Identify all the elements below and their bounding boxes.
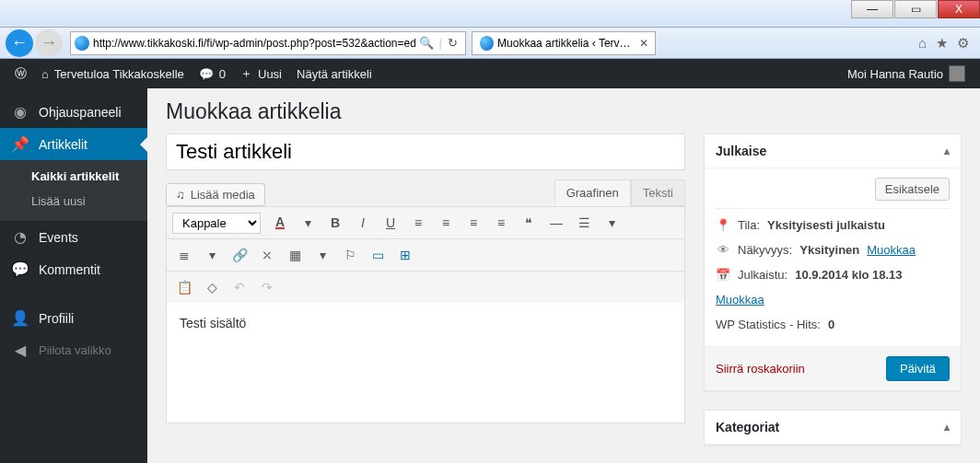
bullet-list-button[interactable]: ☰	[572, 211, 596, 235]
underline-button[interactable]: U	[379, 211, 402, 235]
key-icon: 📍	[716, 218, 730, 232]
new-content[interactable]: ＋ Uusi	[233, 59, 289, 88]
toggle-icon[interactable]: ▴	[944, 145, 950, 157]
bookmark-button[interactable]: ⚐	[338, 243, 362, 267]
address-bar[interactable]: 🔍 | ↻	[70, 31, 466, 55]
align-right-button[interactable]: ≡	[461, 211, 485, 235]
menu-profile[interactable]: 👤 Profiili	[0, 302, 147, 334]
home-icon[interactable]: ⌂	[918, 35, 927, 52]
url-input[interactable]	[93, 37, 415, 50]
browser-toolbar: ← → 🔍 | ↻ Muokkaa artikkelia ‹ Tervet… ✕…	[0, 28, 980, 59]
eye-icon: 👁	[716, 243, 730, 257]
media-icon: ♫	[176, 188, 185, 202]
add-media-button[interactable]: ♫ Lisää media	[166, 183, 265, 206]
tab-title: Muokkaa artikkelia ‹ Tervet…	[497, 37, 632, 50]
tab-visual[interactable]: Graafinen	[554, 179, 631, 206]
dashboard-icon: ◉	[11, 103, 29, 121]
editor-toolbar-1: Kappale A ▾ B I U ≡ ≡ ≡ ≡ ❝ — ☰ ▾	[167, 207, 684, 239]
window-minimize[interactable]: —	[851, 0, 893, 18]
editor-body: Muokkaa artikkelia ♫ Lisää media Graafin…	[147, 88, 980, 463]
ie-icon	[480, 36, 494, 51]
categories-box: Kategoriat ▴	[704, 410, 962, 446]
fullscreen-button[interactable]: ⊞	[393, 243, 417, 267]
table-button[interactable]: ▦	[283, 243, 307, 267]
list-dropdown[interactable]: ▾	[600, 211, 624, 235]
tab-close-icon[interactable]: ✕	[639, 37, 648, 50]
toggle-icon[interactable]: ▴	[944, 421, 950, 434]
admin-sidebar: ◉ Ohjauspaneeli 📌 Artikkelit Kaikki arti…	[0, 88, 147, 463]
wp-logo[interactable]: ⓦ	[7, 59, 34, 88]
edit-date-link[interactable]: Muokkaa	[716, 293, 764, 307]
wp-admin-bar: ⓦ ⌂ Tervetuloa Tikkakoskelle 💬 0 ＋ Uusi …	[0, 59, 980, 88]
align-left-button[interactable]: ≡	[406, 211, 430, 235]
search-icon[interactable]: 🔍	[419, 36, 434, 50]
home-icon: ⌂	[41, 67, 49, 81]
comment-icon: 💬	[199, 67, 214, 81]
numlist-dropdown[interactable]: ▾	[200, 243, 224, 267]
menu-posts[interactable]: 📌 Artikkelit	[0, 128, 147, 160]
format-select[interactable]: Kappale	[172, 213, 261, 234]
paste-button[interactable]: 📋	[172, 275, 196, 299]
status-row: 📍 Tila: Yksityisesti julkaistu	[716, 213, 950, 237]
plus-icon: ＋	[240, 65, 252, 82]
unlink-button[interactable]: ⤫	[255, 243, 279, 267]
edit-visibility-link[interactable]: Muokkaa	[867, 243, 916, 257]
window-titlebar: — ▭ X	[0, 0, 980, 28]
publish-box: Julkaise ▴ Esikatsele 📍 Tila: Yksityises…	[704, 133, 962, 391]
page-title: Muokkaa artikkelia	[166, 99, 962, 124]
submenu-posts: Kaikki artikkelit Lisää uusi	[0, 160, 147, 221]
text-color-button[interactable]: A	[268, 211, 292, 235]
menu-comments[interactable]: 💬 Kommentit	[0, 253, 147, 285]
collapse-icon: ◀	[11, 341, 29, 359]
bold-button[interactable]: B	[323, 211, 347, 235]
post-title-input[interactable]	[166, 133, 685, 170]
table-dropdown[interactable]: ▾	[310, 243, 334, 267]
insert-button[interactable]: ▭	[366, 243, 390, 267]
align-justify-button[interactable]: ≡	[489, 211, 513, 235]
window-maximize[interactable]: ▭	[894, 0, 937, 18]
view-post[interactable]: Näytä artikkeli	[289, 59, 379, 88]
back-button[interactable]: ←	[6, 29, 33, 57]
stats-row: WP Statistics - Hits: 0	[716, 312, 950, 337]
comments-menu[interactable]: 💬 0	[192, 59, 233, 88]
editor-toolbar-3: 📋 ◇ ↶ ↷	[167, 272, 684, 303]
content-editor[interactable]: Testi sisältö	[167, 303, 684, 422]
collapse-menu[interactable]: ◀ Piilota valikko	[0, 334, 147, 366]
clear-format-button[interactable]: ◇	[200, 275, 224, 299]
text-color-dropdown[interactable]: ▾	[296, 211, 320, 235]
forward-button[interactable]: →	[35, 29, 63, 57]
site-name[interactable]: ⌂ Tervetuloa Tikkakoskelle	[34, 59, 192, 88]
editor: Kappale A ▾ B I U ≡ ≡ ≡ ≡ ❝ — ☰ ▾	[166, 206, 685, 423]
preview-button[interactable]: Esikatsele	[875, 178, 950, 201]
menu-dashboard[interactable]: ◉ Ohjauspaneeli	[0, 96, 147, 128]
window-close[interactable]: X	[938, 0, 980, 18]
hr-button[interactable]: —	[544, 211, 568, 235]
blockquote-button[interactable]: ❝	[517, 211, 541, 235]
move-to-trash[interactable]: Siirrä roskakoriin	[716, 362, 805, 376]
undo-button[interactable]: ↶	[228, 275, 251, 299]
avatar	[949, 65, 965, 82]
calendar-icon: 📅	[716, 268, 730, 282]
categories-box-header[interactable]: Kategoriat ▴	[705, 411, 961, 445]
tools-icon[interactable]: ⚙	[957, 35, 969, 52]
redo-button[interactable]: ↷	[255, 275, 279, 299]
submenu-all-posts[interactable]: Kaikki artikkelit	[0, 164, 147, 189]
browser-tab[interactable]: Muokkaa artikkelia ‹ Tervet… ✕	[472, 31, 656, 55]
ie-icon	[75, 36, 89, 51]
pin-icon: 📌	[11, 135, 29, 153]
my-account[interactable]: Moi Hanna Rautio	[840, 59, 973, 88]
publish-box-header[interactable]: Julkaise ▴	[705, 134, 961, 168]
update-button[interactable]: Päivitä	[886, 356, 950, 381]
menu-events[interactable]: ◔ Events	[0, 221, 147, 253]
tab-text[interactable]: Teksti	[631, 179, 685, 206]
refresh-icon[interactable]: ↻	[448, 36, 458, 50]
published-row: 📅 Julkaistu: 10.9.2014 klo 18.13	[716, 262, 950, 287]
submenu-add-new[interactable]: Lisää uusi	[0, 189, 147, 214]
favorites-icon[interactable]: ★	[936, 35, 948, 52]
align-center-button[interactable]: ≡	[434, 211, 458, 235]
comment-icon: 💬	[11, 260, 29, 278]
italic-button[interactable]: I	[351, 211, 375, 235]
visibility-row: 👁 Näkyvyys: Yksityinen Muokkaa	[716, 237, 950, 262]
numbered-list-button[interactable]: ≣	[172, 243, 196, 267]
link-button[interactable]: 🔗	[228, 243, 251, 267]
